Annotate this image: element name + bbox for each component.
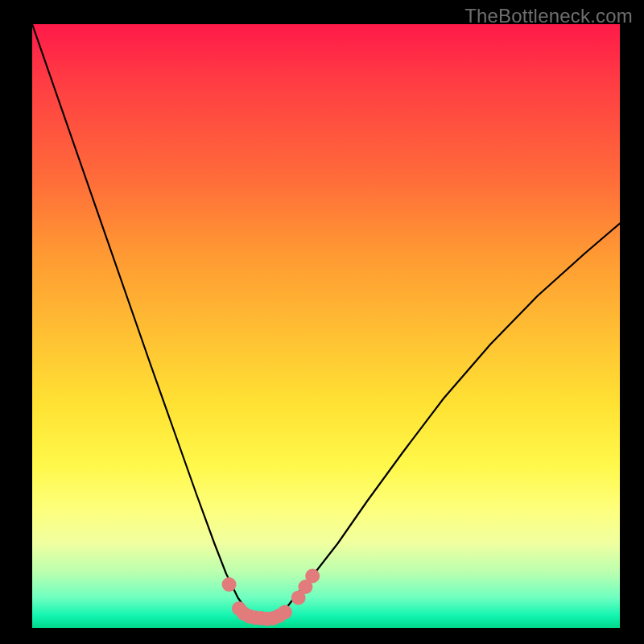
bottleneck-curve xyxy=(32,24,620,623)
marker-dot xyxy=(278,605,292,620)
chart-svg xyxy=(32,24,620,628)
marker-dot xyxy=(222,577,237,592)
plot-area xyxy=(32,24,620,628)
chart-frame: TheBottleneck.com xyxy=(0,0,644,644)
marker-dot xyxy=(305,569,320,584)
marker-dots xyxy=(222,569,320,626)
